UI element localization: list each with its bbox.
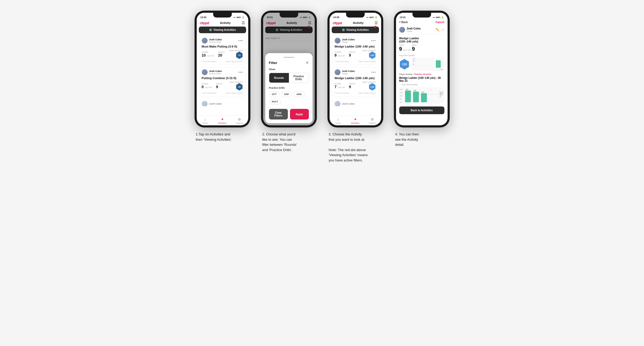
- red-dot-3: [374, 26, 376, 28]
- phone-3-screen: 13:20 ▪▪▪ WiFi 🔋 clippd Activity ☰ ⚙️ Vi…: [330, 13, 381, 125]
- status-time-4: 13:21: [400, 16, 406, 19]
- stat-score-1-2: Score 0 OUT OF: [202, 83, 213, 89]
- logo-1: clippd: [200, 21, 209, 25]
- session-title-4: Wedge Ladder (100–140 yds) - 06 Mar 23: [399, 76, 444, 82]
- shots-val-1-1: 20: [218, 53, 224, 57]
- activity-card-3-1[interactable]: Josh Coles Today ••• Wedge Ladder (100–1…: [332, 35, 379, 65]
- stat-sq-1-1: Shot Quality 75: [229, 50, 243, 59]
- chip-ott[interactable]: OTT: [269, 91, 280, 97]
- card-title-1-2: Putting Combine (3-15 ft): [202, 76, 243, 80]
- phone-4-screen: 13:21 ▪▪▪ WiFi 🔋 < Back Cancel Jos: [396, 13, 448, 125]
- bottom-nav-activities-1[interactable]: ✦ Activities: [214, 117, 231, 124]
- bottom-nav-activities-3[interactable]: ✦ Activities: [347, 117, 364, 124]
- phone-2-screen: 13:21 ▪▪▪ WiFi 🔋 clippd Activity ☰: [263, 13, 315, 125]
- phone-3-scroll: Josh Coles Today ••• Wedge Ladder (100–1…: [330, 35, 381, 115]
- viewing-banner-3[interactable]: ⚙️ Viewing Activities: [332, 27, 379, 33]
- activity-card-1-3[interactable]: Josh Coles: [199, 99, 246, 106]
- back-to-activities-button-4[interactable]: Back to Activities: [399, 106, 444, 114]
- svg-text:60: 60: [400, 101, 402, 103]
- menu-icon-1[interactable]: ☰: [242, 21, 245, 25]
- back-button-4[interactable]: < Back: [399, 21, 408, 24]
- session-chart-svg-4: 140 120 100 80 60 124 132: [399, 87, 444, 103]
- user-date-1-2: 28 Feb 2023: [209, 72, 222, 75]
- avatar-1-2: [202, 69, 208, 75]
- cancel-button-4[interactable]: Cancel: [436, 21, 444, 24]
- svg-text:129: 129: [414, 90, 416, 91]
- user-name-1-1: Josh Coles: [209, 38, 222, 41]
- phone-3-container: 13:20 ▪▪▪ WiFi 🔋 clippd Activity ☰ ⚙️ Vi…: [326, 11, 385, 163]
- capture-label-1: Capture: [236, 122, 243, 124]
- bottom-nav-home-3[interactable]: ⌂ Home: [330, 117, 347, 124]
- session-chart-4: 140 120 100 80 60 124 132: [399, 87, 444, 103]
- phone-1-scroll: Josh Coles 28 Feb 2023 ••• Must Make Put…: [197, 35, 248, 115]
- phone-3: 13:20 ▪▪▪ WiFi 🔋 clippd Activity ☰ ⚙️ Vi…: [327, 11, 383, 127]
- phone-notch-3: [346, 13, 365, 18]
- user-info-1-2: Josh Coles 28 Feb 2023: [209, 70, 222, 75]
- svg-rect-7: [405, 91, 411, 102]
- avg-sq-hex-4: 130: [399, 59, 410, 70]
- home-label-1: Home: [202, 122, 208, 124]
- activity-card-1-1[interactable]: Josh Coles 28 Feb 2023 ••• Must Make Put…: [199, 35, 246, 65]
- chip-arg[interactable]: ARG: [293, 91, 305, 97]
- phone-2: 13:21 ▪▪▪ WiFi 🔋 clippd Activity ☰: [261, 11, 317, 127]
- card-footer-1-1: ℹ Test Information Data: Clippd Capture: [202, 60, 243, 62]
- detail-user-row-4: Josh Coles Today ✏️ ⤢: [396, 25, 448, 35]
- score-row-1-1: 10 OUT OF: [202, 53, 215, 57]
- svg-text:124: 124: [422, 91, 424, 93]
- svg-text:132: 132: [406, 89, 409, 90]
- svg-text:80: 80: [400, 98, 402, 100]
- viewing-banner-text-1: Viewing Activities: [213, 28, 236, 31]
- svg-text:100: 100: [400, 95, 403, 97]
- caption-4: 4. You can then see the Activity detail.: [395, 132, 448, 147]
- svg-rect-9: [413, 92, 419, 102]
- card-header-1-1: Josh Coles 28 Feb 2023 •••: [202, 38, 243, 44]
- card-user-1-2: Josh Coles 28 Feb 2023: [202, 69, 222, 75]
- drag-handle: [284, 57, 294, 58]
- avatar-1-1: [202, 38, 208, 44]
- avg-sq-section-4: 130 APP 130 100 50: [399, 58, 444, 71]
- activity-card-3-2[interactable]: Josh Coles Today ••• Wedge Ladder (100–1…: [332, 67, 379, 96]
- status-time-3: 13:20: [333, 16, 339, 19]
- clear-filters-button[interactable]: Clear Filters: [269, 109, 288, 119]
- chart-bar-4: [436, 60, 441, 68]
- user-info-1-1: Josh Coles 28 Feb 2023: [209, 38, 222, 43]
- card-dots-1-1[interactable]: •••: [238, 39, 243, 43]
- bottom-nav-capture-3[interactable]: ⊕ Capture: [364, 117, 381, 124]
- card-stats-1-2: Score 0 OUT OF Shots 9: [202, 81, 243, 91]
- svg-text:120: 120: [400, 92, 403, 93]
- bottom-nav-capture-1[interactable]: ⊕ Capture: [231, 117, 248, 124]
- activity-card-3-3[interactable]: Josh Coles: [332, 99, 379, 106]
- menu-icon-3[interactable]: ☰: [374, 21, 378, 25]
- avg-chart-4: APP 130 100 50: [412, 58, 444, 71]
- nav-title-1: Activity: [220, 21, 231, 24]
- nav-bar-3: clippd Activity ☰: [330, 20, 381, 27]
- chip-putt[interactable]: PUTT: [269, 99, 281, 105]
- bottom-nav-3: ⌂ Home ✦ Activities ⊕ Capture: [330, 115, 381, 125]
- viewing-banner-1[interactable]: ⚙️ Viewing Activities: [199, 27, 246, 33]
- card-dots-1-2[interactable]: •••: [238, 70, 243, 74]
- filter-title: Filter: [269, 61, 277, 65]
- stat-shots-1-1: Shots 20: [218, 51, 224, 57]
- filter-show-label: Show: [269, 68, 309, 71]
- detail-drill-name-4: Wedge Ladder(100–140 yds): [399, 37, 426, 43]
- avatar-4: [399, 27, 405, 33]
- bottom-nav-home-1[interactable]: ⌂ Home: [197, 117, 214, 124]
- filter-practice-drills-button[interactable]: Practice Drills: [289, 73, 309, 83]
- phone-notch-4: [413, 13, 431, 18]
- detail-content-4: Wedge Ladder(100–140 yds) Score 9 OUT OF: [396, 35, 448, 125]
- chip-app[interactable]: APP: [281, 91, 292, 97]
- filter-close-button[interactable]: ✕: [306, 61, 309, 65]
- card-title-1-1: Must Make Putting (3-6 ft): [202, 45, 243, 48]
- score-val-1-1: 10: [202, 53, 206, 57]
- caption-3: 3. Choose the Activity that you want to …: [329, 132, 382, 163]
- status-time-1: 13:20: [200, 16, 207, 19]
- expand-icon-4[interactable]: ⤢: [442, 28, 444, 32]
- card-header-1-2: Josh Coles 28 Feb 2023 •••: [202, 69, 243, 75]
- phone-4: 13:21 ▪▪▪ WiFi 🔋 < Back Cancel Jos: [394, 11, 450, 127]
- apply-button[interactable]: Apply: [290, 109, 309, 119]
- filter-rounds-button[interactable]: Rounds: [269, 73, 289, 83]
- phone-2-inner: 13:21 ▪▪▪ WiFi 🔋 clippd Activity ☰: [263, 13, 315, 125]
- edit-icon-4[interactable]: ✏️: [436, 28, 440, 32]
- activity-card-1-2[interactable]: Josh Coles 28 Feb 2023 ••• Putting Combi…: [199, 67, 246, 96]
- filter-chips: OTT APP ARG PUTT: [269, 91, 309, 105]
